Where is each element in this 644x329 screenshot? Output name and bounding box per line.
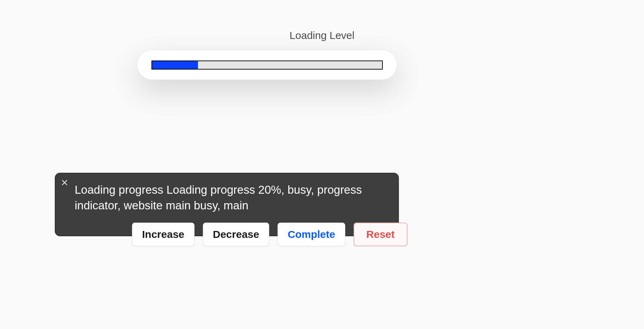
page-title: Loading Level xyxy=(290,30,355,41)
increase-button[interactable]: Increase xyxy=(132,223,195,246)
complete-button[interactable]: Complete xyxy=(278,223,345,246)
decrease-button[interactable]: Decrease xyxy=(203,223,269,246)
progress-bar xyxy=(151,61,383,70)
reset-button[interactable]: Reset xyxy=(354,223,407,246)
progress-fill xyxy=(152,61,198,69)
progress-card xyxy=(138,50,397,80)
tooltip-text: Loading progress Loading progress 20%, b… xyxy=(75,183,362,212)
close-icon[interactable] xyxy=(61,179,68,186)
button-row: Increase Decrease Complete Reset xyxy=(132,223,407,246)
